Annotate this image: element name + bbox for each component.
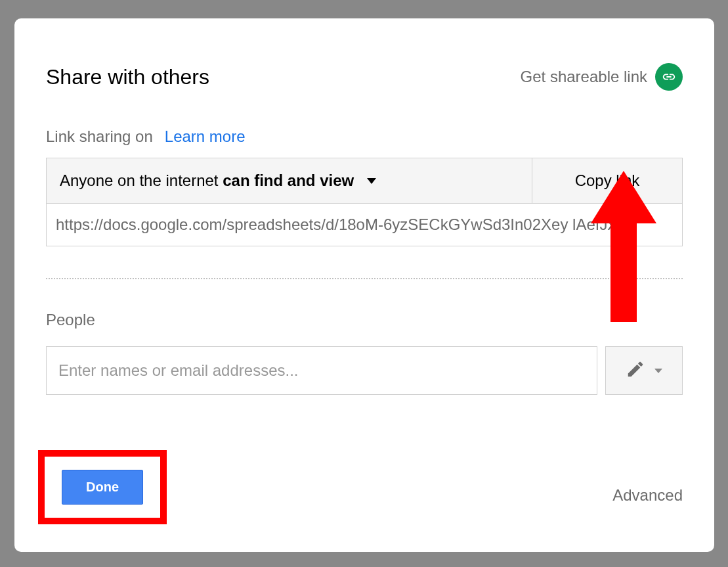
pencil-icon [626,359,645,382]
share-url-field[interactable]: https://docs.google.com/spreadsheets/d/1… [46,204,683,246]
people-input[interactable] [46,346,597,395]
chevron-down-icon [654,369,662,373]
permission-dropdown[interactable] [605,346,683,395]
advanced-link[interactable]: Advanced [612,486,683,505]
learn-more-link[interactable]: Learn more [165,127,246,146]
link-settings-box: Anyone on the internet can find and view… [46,158,683,204]
annotation-highlight-box: Done [38,450,167,524]
people-section-label: People [46,311,683,329]
people-input-row [46,346,683,395]
link-sharing-status-row: Link sharing on Learn more [46,127,683,146]
link-icon [655,63,683,91]
link-sharing-status-label: Link sharing on [46,127,153,146]
get-shareable-link-label: Get shareable link [521,68,647,86]
section-divider [46,278,683,279]
dialog-header: Share with others Get shareable link [46,63,683,91]
visibility-dropdown[interactable]: Anyone on the internet can find and view [47,158,532,203]
dialog-title: Share with others [46,65,209,89]
copy-link-label: Copy link [575,171,640,190]
visibility-prefix: Anyone on the internet [60,171,223,189]
visibility-permission: can find and view [223,171,354,189]
share-dialog: Share with others Get shareable link Lin… [14,18,714,552]
get-shareable-link-button[interactable]: Get shareable link [521,63,683,91]
chevron-down-icon [367,178,376,184]
copy-link-button[interactable]: Copy link [532,158,682,203]
done-button[interactable]: Done [62,470,143,505]
